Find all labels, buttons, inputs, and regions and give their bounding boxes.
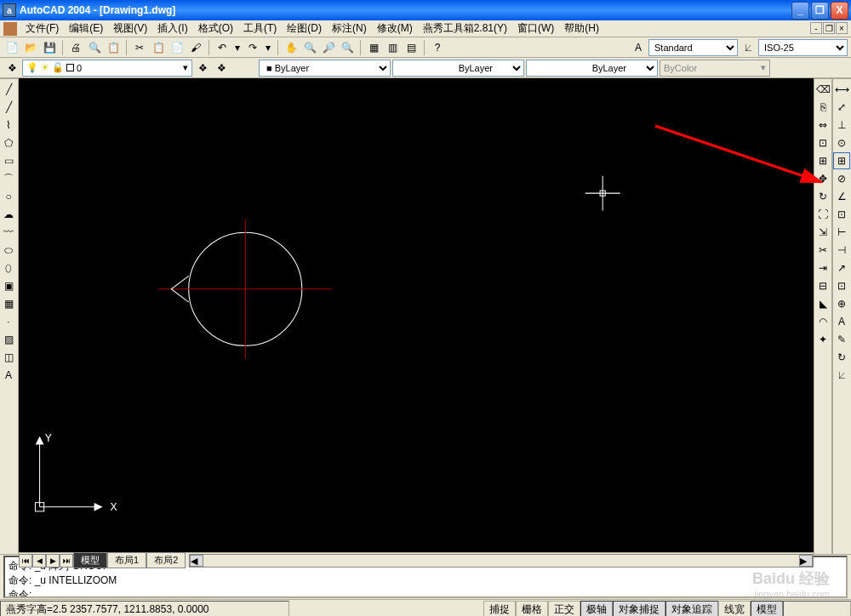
arc-tool[interactable]: ⌒ bbox=[0, 170, 17, 187]
dimtedit-tool[interactable]: ✎ bbox=[833, 331, 850, 348]
color-combo[interactable]: ■ ByLayer bbox=[259, 60, 391, 77]
point-tool[interactable]: · bbox=[0, 313, 17, 330]
xline-tool[interactable]: ╱ bbox=[0, 99, 17, 116]
status-polar[interactable]: 极轴 bbox=[580, 601, 613, 617]
extend-tool[interactable]: ⇥ bbox=[814, 260, 831, 277]
close-button[interactable]: X bbox=[831, 2, 848, 20]
layer-states-button[interactable]: ❖ bbox=[213, 60, 230, 77]
help-button[interactable]: ? bbox=[429, 39, 446, 56]
chamfer-tool[interactable]: ◣ bbox=[814, 295, 831, 312]
menu-file[interactable]: 文件(F) bbox=[20, 20, 64, 37]
zoom-window-button[interactable]: 🔎 bbox=[320, 39, 337, 56]
lineweight-combo[interactable]: ByLayer bbox=[526, 60, 658, 77]
menu-dimension[interactable]: 标注(N) bbox=[327, 20, 372, 37]
scroll-left-button[interactable]: ◀ bbox=[190, 555, 203, 567]
ellipse-tool[interactable]: ⬭ bbox=[0, 242, 17, 259]
layer-combo[interactable]: 💡 ☀ 🔓 0 ▾ bbox=[22, 60, 192, 77]
dimstyle-tool[interactable]: ⟀ bbox=[833, 367, 850, 384]
status-lwt[interactable]: 线宽 bbox=[718, 601, 751, 617]
tab-layout2[interactable]: 布局2 bbox=[146, 552, 186, 568]
rotate-tool[interactable]: ↻ bbox=[814, 188, 831, 205]
preview-button[interactable]: 🔍 bbox=[86, 39, 103, 56]
leader-tool[interactable]: ↗ bbox=[833, 260, 850, 277]
mirror-tool[interactable]: ⇔ bbox=[814, 117, 831, 134]
menu-draw[interactable]: 绘图(D) bbox=[282, 20, 327, 37]
zoom-prev-button[interactable]: 🔍 bbox=[339, 39, 356, 56]
tab-layout1[interactable]: 布局1 bbox=[107, 552, 146, 568]
status-ortho[interactable]: 正交 bbox=[548, 601, 580, 617]
minimize-button[interactable]: _ bbox=[791, 2, 809, 20]
spline-tool[interactable]: 〰 bbox=[0, 224, 17, 241]
region-tool[interactable]: ◫ bbox=[0, 349, 17, 366]
menu-yanxiu[interactable]: 燕秀工具箱2.81(Y) bbox=[418, 20, 512, 37]
menu-edit[interactable]: 编辑(E) bbox=[64, 20, 108, 37]
continue-dim-tool[interactable]: ⊣ bbox=[833, 242, 850, 259]
status-otrack[interactable]: 对象追踪 bbox=[665, 601, 718, 617]
status-grid[interactable]: 栅格 bbox=[516, 601, 548, 617]
menu-help[interactable]: 帮助(H) bbox=[559, 20, 604, 37]
toolpalette-button[interactable]: ▤ bbox=[403, 39, 420, 56]
copy-button[interactable]: 📋 bbox=[150, 39, 167, 56]
hscrollbar[interactable]: ◀ ▶ bbox=[189, 554, 814, 568]
dimupdate-tool[interactable]: ↻ bbox=[833, 349, 850, 366]
aligned-dim-tool[interactable]: ⤢ bbox=[833, 99, 850, 116]
status-osnap[interactable]: 对象捕捉 bbox=[613, 601, 665, 617]
trim-tool[interactable]: ✂ bbox=[814, 242, 831, 259]
paste-button[interactable]: 📄 bbox=[168, 39, 186, 56]
undo-dropdown[interactable]: ▾ bbox=[232, 39, 243, 56]
save-button[interactable]: 💾 bbox=[41, 39, 58, 56]
diameter-dim-tool[interactable]: ⊘ bbox=[833, 170, 850, 187]
explode-tool[interactable]: ✦ bbox=[814, 331, 831, 348]
menu-window[interactable]: 窗口(W) bbox=[512, 20, 559, 37]
pan-button[interactable]: ✋ bbox=[283, 39, 300, 56]
new-button[interactable]: 📄 bbox=[3, 39, 20, 56]
qdim-tool[interactable]: ⊡ bbox=[833, 206, 850, 223]
maximize-button[interactable]: ❐ bbox=[811, 2, 829, 20]
radius-dim-tool[interactable]: ⊙ bbox=[833, 134, 850, 151]
menu-format[interactable]: 格式(O) bbox=[193, 20, 238, 37]
status-model[interactable]: 模型 bbox=[751, 601, 783, 617]
undo-button[interactable]: ↶ bbox=[214, 39, 231, 56]
array-tool[interactable]: ⊞ bbox=[814, 152, 831, 169]
zoom-rt-button[interactable]: 🔍 bbox=[301, 39, 318, 56]
move-tool[interactable]: ✥ bbox=[814, 170, 831, 187]
linetype-combo[interactable]: ByLayer bbox=[392, 60, 524, 77]
ellipse-arc-tool[interactable]: ⬯ bbox=[0, 260, 17, 277]
doc-restore-button[interactable]: ❐ bbox=[823, 22, 835, 34]
pline-tool[interactable]: ⌇ bbox=[0, 117, 17, 134]
fillet-tool[interactable]: ◠ bbox=[814, 313, 831, 330]
open-button[interactable]: 📂 bbox=[22, 39, 39, 56]
tab-first-button[interactable]: ⏮ bbox=[19, 554, 32, 568]
linear-dim-tool[interactable]: ⟷ bbox=[833, 81, 850, 98]
rectangle-tool[interactable]: ▭ bbox=[0, 152, 17, 169]
break-tool[interactable]: ⊟ bbox=[814, 277, 831, 294]
designcenter-button[interactable]: ▥ bbox=[384, 39, 401, 56]
array-hilite-tool[interactable]: ⊞ bbox=[833, 152, 850, 169]
circle-tool[interactable]: ○ bbox=[0, 188, 17, 205]
drawing-area[interactable]: X Y ⏮ ◀ ▶ ⏭ 模型 布局1 布局2 ◀ ▶ bbox=[19, 78, 814, 555]
redo-dropdown[interactable]: ▾ bbox=[263, 39, 273, 56]
angular-dim-tool[interactable]: ∠ bbox=[833, 188, 850, 205]
matchprop-button[interactable]: 🖌 bbox=[187, 39, 204, 56]
tolerance-tool[interactable]: ⊡ bbox=[833, 277, 850, 294]
properties-button[interactable]: ▦ bbox=[365, 39, 382, 56]
polygon-tool[interactable]: ⬠ bbox=[0, 134, 17, 151]
menu-modify[interactable]: 修改(M) bbox=[372, 20, 418, 37]
center-mark-tool[interactable]: ⊕ bbox=[833, 295, 850, 312]
tab-prev-button[interactable]: ◀ bbox=[32, 554, 46, 568]
tab-last-button[interactable]: ⏭ bbox=[60, 554, 73, 568]
insert-block-tool[interactable]: ▣ bbox=[0, 277, 17, 294]
layer-prev-button[interactable]: ❖ bbox=[194, 60, 211, 77]
hatch-tool[interactable]: ▨ bbox=[0, 331, 17, 348]
scroll-right-button[interactable]: ▶ bbox=[799, 555, 813, 567]
make-block-tool[interactable]: ▦ bbox=[0, 295, 17, 312]
doc-close-button[interactable]: × bbox=[836, 22, 848, 34]
tab-model[interactable]: 模型 bbox=[73, 552, 107, 568]
publish-button[interactable]: 📋 bbox=[105, 39, 122, 56]
revcloud-tool[interactable]: ☁ bbox=[0, 206, 17, 223]
doc-minimize-button[interactable]: - bbox=[810, 22, 822, 34]
cut-button[interactable]: ✂ bbox=[131, 39, 148, 56]
copy-tool[interactable]: ⎘ bbox=[814, 99, 831, 116]
stretch-tool[interactable]: ⇲ bbox=[814, 224, 831, 241]
line-tool[interactable]: ╱ bbox=[0, 81, 17, 98]
